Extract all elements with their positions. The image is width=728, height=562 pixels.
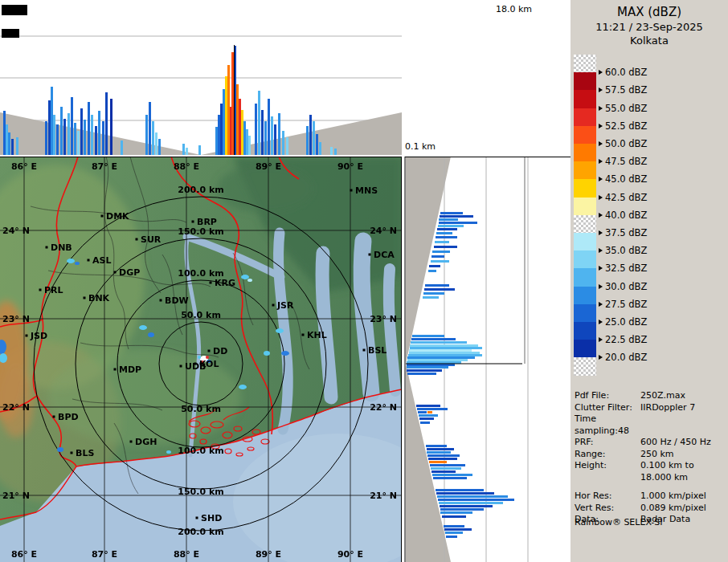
echo-bar [445, 531, 463, 534]
precip-echo [166, 450, 171, 454]
echo-bar [306, 126, 309, 155]
echo-bar [429, 265, 440, 267]
echo-bar [71, 97, 73, 155]
city-dot [160, 299, 162, 302]
echo-bar [231, 52, 234, 155]
echo-bar [84, 120, 86, 155]
min-height-label: 0.1 km [405, 141, 436, 152]
scale-cell-transparent [574, 357, 596, 375]
latitude-label: 23° N [370, 314, 397, 324]
echo-bar [407, 369, 442, 372]
info-row: Vert Res:0.089 km/pixel [575, 503, 726, 515]
latitude-label: 24° N [2, 226, 30, 236]
scale-tick-label: 50.0 dBZ [605, 138, 647, 149]
scale-cell [574, 250, 596, 268]
echo-bar [258, 91, 260, 155]
echo-bar [407, 366, 448, 369]
range-ring-label: 100.0 km [178, 446, 223, 456]
city-dot [130, 441, 133, 443]
echo-bar [439, 222, 477, 224]
city-label: BDW [165, 295, 189, 306]
echo-bar [248, 136, 251, 155]
scale-tick-label: 60.0 dBZ [605, 67, 647, 78]
longitude-label: 90° E [337, 549, 363, 560]
echo-bar [243, 121, 246, 155]
city-dot [272, 304, 275, 307]
echo-bar [63, 119, 66, 155]
longitude-label: 87° E [92, 549, 117, 560]
echo-bar [446, 536, 457, 538]
echo-bar [436, 492, 494, 495]
scale-tick: 35.0 dBZ [599, 245, 647, 256]
scale-cell [574, 268, 596, 286]
echo-bar [152, 121, 154, 155]
scale-cell [574, 108, 596, 126]
precip-echo [276, 328, 284, 333]
echo-bar [410, 347, 482, 349]
scale-tick-arrow [599, 124, 603, 128]
scale-tick-label: 55.0 dBZ [605, 103, 647, 114]
echo-bar [424, 288, 455, 291]
echo-bar [261, 110, 264, 155]
scale-tick-label: 52.5 dBZ [605, 120, 647, 132]
latitude-label: 22° N [370, 402, 397, 413]
echo-bar [432, 250, 450, 253]
echo-bar [438, 225, 464, 227]
scale-tick-label: 47.5 dBZ [605, 156, 647, 167]
echo-bar [255, 104, 257, 155]
echo-bar [431, 467, 461, 470]
city-dot [71, 452, 73, 454]
longitude-label: 90° E [337, 161, 363, 172]
echo-bar [427, 454, 460, 457]
scale-tick-arrow [599, 266, 603, 271]
echo-bar [278, 113, 280, 155]
scale-tick-arrow [599, 302, 603, 307]
scale-tick-arrow [599, 70, 603, 75]
info-value: 250Z.max [640, 390, 685, 402]
echo-bar [77, 131, 80, 155]
info-label: Clutter Filter: [575, 402, 640, 414]
echo-bar [427, 451, 451, 454]
software-brand: Rainbow® SELEX-SI [575, 517, 663, 527]
echo-bar [411, 341, 467, 344]
city-label: BPD [58, 412, 79, 422]
scale-tick-label: 25.0 dBZ [605, 316, 647, 328]
info-row: Hor Res:1.000 km/pixel [575, 491, 726, 503]
city-label: DNB [51, 242, 72, 253]
scale-tick: 20.0 dBZ [599, 352, 647, 363]
longitude-label: 86° E [11, 161, 37, 172]
echo-bar [407, 373, 436, 375]
precip-echo [241, 275, 249, 279]
product-info-block: Pdf File:250Z.maxClutter Filter:IIRDoppl… [575, 390, 726, 526]
ui-artifact-box [2, 29, 19, 38]
city-label: SUR [141, 234, 162, 245]
echo-bar [53, 115, 55, 155]
scale-tick-arrow [599, 195, 603, 200]
scale-tick-label: 27.5 dBZ [605, 299, 647, 310]
scale-tick: 47.5 dBZ [599, 156, 647, 167]
scale-tick-arrow [599, 337, 603, 342]
longitude-label: 88° E [174, 161, 199, 172]
echo-bar [423, 292, 444, 295]
info-row: Range:250 km [575, 449, 726, 461]
scale-tick: 32.5 dBZ [599, 263, 647, 274]
city-dot [302, 334, 305, 336]
info-row: 18.000 km [575, 472, 726, 484]
city-dot [208, 350, 211, 352]
info-label: Vert Res: [575, 503, 640, 515]
echo-bar [437, 495, 508, 498]
scale-tick: 37.5 dBZ [599, 227, 647, 238]
echo-bar [429, 461, 447, 463]
city-label: KRG [215, 278, 235, 288]
echo-bar [407, 356, 475, 359]
scale-tick: 30.0 dBZ [599, 281, 647, 292]
info-value: IIRDoppler 7 [640, 402, 695, 414]
echo-bar [223, 89, 225, 155]
info-row: Pdf File:250Z.max [575, 390, 726, 402]
echo-bar [105, 92, 108, 155]
latitude-label: 23° N [2, 314, 30, 324]
echo-bar [419, 414, 438, 417]
scale-tick-label: 30.0 dBZ [605, 281, 647, 292]
echo-bar [80, 108, 83, 155]
echo-bar [334, 149, 337, 155]
